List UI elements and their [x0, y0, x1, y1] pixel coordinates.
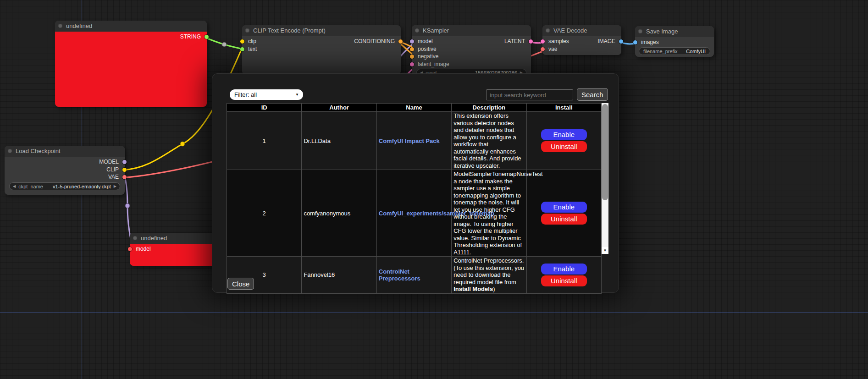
model-input-port[interactable]: [410, 39, 414, 44]
uninstall-button[interactable]: Uninstall: [541, 275, 587, 286]
cell-install: Enable Uninstall: [526, 170, 601, 257]
filename-prefix-widget[interactable]: filename_prefix ComfyUI: [639, 47, 710, 55]
node-title-bar[interactable]: Save Image: [635, 26, 714, 37]
extension-link[interactable]: ComfyUI Impact Pack: [379, 137, 440, 144]
node-ksampler[interactable]: KSampler model positive negative latent_…: [412, 25, 531, 77]
node-title: undefined: [66, 22, 92, 29]
node-undefined-top[interactable]: undefined STRING: [55, 21, 207, 107]
node-graph-canvas[interactable]: undefined STRING CLIP Text Encode (Promp…: [0, 0, 868, 379]
vae-output-port[interactable]: [122, 175, 127, 179]
ckpt-name-widget[interactable]: ◀ ckpt_name v1-5-pruned-emaonly.ckpt ▶: [9, 182, 120, 190]
cell-author: comfyanonymous: [302, 170, 376, 257]
clip-output-port[interactable]: [122, 168, 127, 172]
node-collapse-dot-icon[interactable]: [133, 236, 137, 240]
samples-input-port[interactable]: [541, 39, 545, 44]
link-mid-dot: [222, 42, 227, 47]
node-clip-text-encode[interactable]: CLIP Text Encode (Prompt) clip text COND…: [242, 25, 401, 75]
link-mid-dot: [180, 142, 185, 146]
node-vae-decode[interactable]: VAE Decode samples vae IMAGE: [542, 25, 621, 55]
node-title-bar[interactable]: KSampler: [412, 25, 531, 36]
vae-input-port[interactable]: [541, 47, 545, 51]
negative-input-port[interactable]: [410, 55, 414, 59]
output-slot-clip: CLIP: [5, 166, 125, 174]
input-slot-images: images: [635, 38, 714, 46]
filter-select[interactable]: Filter: all ▼: [230, 89, 303, 100]
header-description: Description: [452, 104, 526, 112]
cell-install: Enable Uninstall: [526, 257, 601, 294]
link-mid-dot: [125, 203, 130, 208]
output-slot-conditioning: CONDITIONING: [327, 38, 401, 45]
model-output-port[interactable]: [122, 160, 127, 164]
node-title: CLIP Text Encode (Prompt): [253, 27, 326, 34]
latent-image-input-port[interactable]: [410, 62, 414, 66]
images-input-port[interactable]: [633, 40, 637, 44]
node-load-checkpoint[interactable]: Load Checkpoint MODEL CLIP VAE ◀ ckpt_na…: [5, 146, 125, 195]
input-slot-vae: vae: [542, 45, 621, 53]
wire-string-to-text: [204, 37, 245, 49]
enable-button[interactable]: Enable: [541, 264, 587, 275]
node-title: undefined: [141, 235, 167, 242]
node-collapse-dot-icon[interactable]: [58, 24, 62, 28]
header-id: ID: [227, 104, 302, 112]
node-title-bar[interactable]: CLIP Text Encode (Prompt): [242, 25, 401, 36]
node-collapse-dot-icon[interactable]: [245, 28, 249, 33]
extension-manager-dialog: Filter: all ▼ Search ID Author Name Desc…: [212, 73, 619, 293]
cell-name: ComfyUI_experiments/sampler_tonemap: [376, 170, 451, 257]
close-button[interactable]: Close: [227, 278, 254, 290]
input-slot-model: model: [130, 245, 221, 253]
table-row: 2 comfyanonymous ComfyUI_experiments/sam…: [227, 170, 602, 257]
extension-link[interactable]: ControlNet Preprocessors: [379, 268, 420, 282]
node-title: Load Checkpoint: [16, 148, 61, 154]
enable-button[interactable]: Enable: [541, 129, 587, 140]
node-collapse-dot-icon[interactable]: [638, 29, 642, 33]
node-title-bar[interactable]: undefined: [130, 233, 221, 244]
node-collapse-dot-icon[interactable]: [8, 149, 12, 153]
cell-name: ComfyUI Impact Pack: [376, 112, 451, 170]
input-slot-latent-image: latent_image: [412, 60, 531, 68]
node-title-bar[interactable]: undefined: [55, 21, 207, 32]
model-input-port[interactable]: [128, 247, 132, 251]
node-title-bar[interactable]: Load Checkpoint: [5, 146, 125, 157]
image-output-port[interactable]: [619, 39, 623, 44]
header-author: Author: [302, 104, 376, 112]
output-slot-string: STRING: [55, 33, 207, 41]
chevron-down-icon: ▼: [295, 89, 299, 100]
positive-input-port[interactable]: [410, 47, 414, 51]
cell-install: Enable Uninstall: [526, 112, 601, 170]
widget-right-arrow-icon[interactable]: ▶: [114, 184, 116, 188]
header-name: Name: [376, 104, 451, 112]
conditioning-output-port[interactable]: [398, 39, 403, 44]
node-title-bar[interactable]: VAE Decode: [542, 25, 621, 36]
uninstall-button[interactable]: Uninstall: [541, 141, 587, 152]
search-button[interactable]: Search: [577, 88, 608, 101]
node-collapse-dot-icon[interactable]: [546, 28, 550, 33]
string-output-port[interactable]: [205, 35, 209, 39]
node-title: Save Image: [646, 28, 678, 35]
scrollbar-thumb[interactable]: [602, 104, 608, 200]
text-input-port[interactable]: [240, 47, 244, 51]
cell-id: 2: [227, 170, 302, 257]
node-collapse-dot-icon[interactable]: [415, 28, 419, 33]
node-title: KSampler: [423, 27, 449, 34]
uninstall-button[interactable]: Uninstall: [541, 214, 587, 225]
scrollbar-down-arrow-icon[interactable]: ▼: [602, 247, 608, 254]
output-slot-vae: VAE: [5, 173, 125, 181]
latent-output-port[interactable]: [529, 39, 533, 44]
table-scrollbar[interactable]: ▼: [602, 103, 608, 254]
node-save-image[interactable]: Save Image images filename_prefix ComfyU…: [635, 26, 714, 57]
node-title: VAE Decode: [553, 27, 587, 34]
node-undefined-bottom[interactable]: undefined model: [130, 233, 221, 266]
table-row: 1 Dr.Lt.Data ComfyUI Impact Pack This ex…: [227, 112, 602, 170]
table-row: 3 Fannovel16 ControlNet Preprocessors Co…: [227, 257, 602, 294]
cell-name: ControlNet Preprocessors: [376, 257, 451, 294]
extension-table: ID Author Name Description Install 1 Dr.…: [227, 103, 602, 294]
header-install: Install: [526, 104, 601, 112]
output-slot-model: MODEL: [5, 158, 125, 166]
enable-button[interactable]: Enable: [541, 202, 587, 213]
clip-input-port[interactable]: [240, 39, 244, 44]
output-slot-latent: LATENT: [490, 38, 531, 45]
input-slot-positive: positive: [412, 45, 531, 53]
table-header-row: ID Author Name Description Install: [227, 104, 602, 112]
widget-left-arrow-icon[interactable]: ◀: [13, 184, 16, 188]
search-input[interactable]: [486, 89, 573, 100]
